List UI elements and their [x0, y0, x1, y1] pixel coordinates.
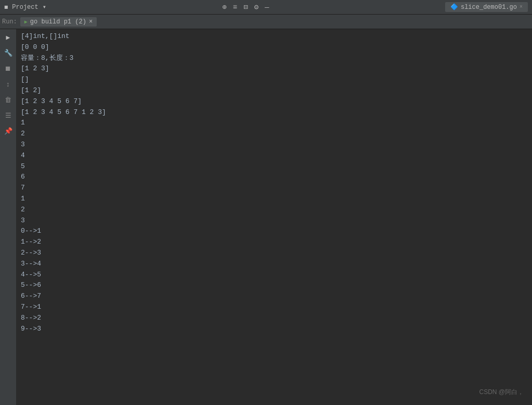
console-line: 0-->1 [21, 226, 528, 237]
run-tab[interactable]: ▶ go build p1 (2) × [20, 17, 97, 27]
sidebar-rerun-icon[interactable]: ↕ [2, 78, 15, 91]
console-line: 9-->3 [21, 324, 528, 335]
toolbar-minimize-icon[interactable]: — [265, 3, 269, 11]
sidebar-delete-icon[interactable]: 🗑 [2, 94, 15, 106]
main-area: ▶ 🔧 ⏹ ↕ 🗑 ☰ 📌 [4]int,[]int[0 0 0]容量：8,长度… [0, 29, 532, 405]
project-dropdown-icon[interactable]: ▾ [43, 3, 46, 11]
title-bar: ◼ Project ▾ ⊕ ≡ ⊟ ⚙ — 🔷 slice_demo01.go … [0, 0, 532, 15]
console-line: [4]int,[]int [21, 31, 528, 42]
console-line: 4-->5 [21, 270, 528, 281]
tab-filename: slice_demo01.go [461, 4, 517, 11]
console-line: 3 [21, 140, 528, 150]
console-line: 8-->2 [21, 313, 528, 324]
sidebar-run-icon[interactable]: ▶ [2, 31, 15, 44]
title-bar-right: 🔷 slice_demo01.go × [445, 2, 528, 12]
sidebar-settings-icon[interactable]: 🔧 [2, 47, 15, 59]
console-line: [] [21, 74, 528, 85]
console-line: 1-->2 [21, 237, 528, 248]
console-line: [0 0 0] [21, 42, 528, 53]
console-line: 6-->7 [21, 291, 528, 302]
run-tab-close-button[interactable]: × [89, 18, 93, 26]
console-line: 2 [21, 129, 528, 140]
toolbar-minus-icon[interactable]: ⊟ [243, 3, 248, 11]
console-line: 7 [21, 183, 528, 194]
editor-tab[interactable]: 🔷 slice_demo01.go × [445, 2, 528, 12]
sidebar-stop-icon[interactable]: ⏹ [2, 62, 15, 75]
console-line: 7-->1 [21, 302, 528, 313]
left-sidebar: ▶ 🔧 ⏹ ↕ 🗑 ☰ 📌 [0, 29, 17, 405]
tab-close-button[interactable]: × [520, 4, 523, 10]
run-label: Run: [2, 18, 17, 26]
console-line: 1 [21, 118, 528, 129]
title-bar-center: ⊕ ≡ ⊟ ⚙ — [222, 3, 269, 11]
console-line: [1 2] [21, 85, 528, 96]
console-line: 2 [21, 205, 528, 216]
console-line: 容量：8,长度：3 [21, 53, 528, 64]
console-line: 5 [21, 161, 528, 172]
toolbar-settings-icon[interactable]: ⚙ [254, 3, 258, 11]
console-line: 6 [21, 172, 528, 183]
console-line: [1 2 3 4 5 6 7 1 2 3] [21, 107, 528, 118]
sidebar-pin-icon[interactable]: 📌 [2, 125, 15, 137]
watermark: CSDN @阿白， [479, 388, 524, 397]
run-bar: Run: ▶ go build p1 (2) × [0, 15, 532, 29]
console-line: [1 2 3 4 5 6 7] [21, 96, 528, 107]
title-bar-left: ◼ Project ▾ [4, 3, 46, 11]
console-line: [1 2 3] [21, 64, 528, 74]
console-line: 2-->3 [21, 248, 528, 259]
console-line: 4 [21, 150, 528, 161]
console-line: 3 [21, 216, 528, 226]
console-line: 5-->6 [21, 280, 528, 291]
run-tab-label: go build p1 (2) [30, 18, 86, 26]
run-tab-icon: ▶ [24, 19, 28, 25]
sidebar-layout-icon[interactable]: ☰ [2, 109, 15, 122]
toolbar-add-icon[interactable]: ⊕ [222, 3, 226, 11]
console-line: 3-->4 [21, 259, 528, 270]
console-area[interactable]: [4]int,[]int[0 0 0]容量：8,长度：3[1 2 3][][1 … [17, 29, 532, 405]
tab-go-icon: 🔷 [450, 3, 458, 11]
project-label[interactable]: Project [12, 4, 38, 11]
toolbar-list-icon[interactable]: ≡ [233, 3, 237, 11]
app-icon: ◼ [4, 3, 8, 11]
console-line: 1 [21, 194, 528, 205]
